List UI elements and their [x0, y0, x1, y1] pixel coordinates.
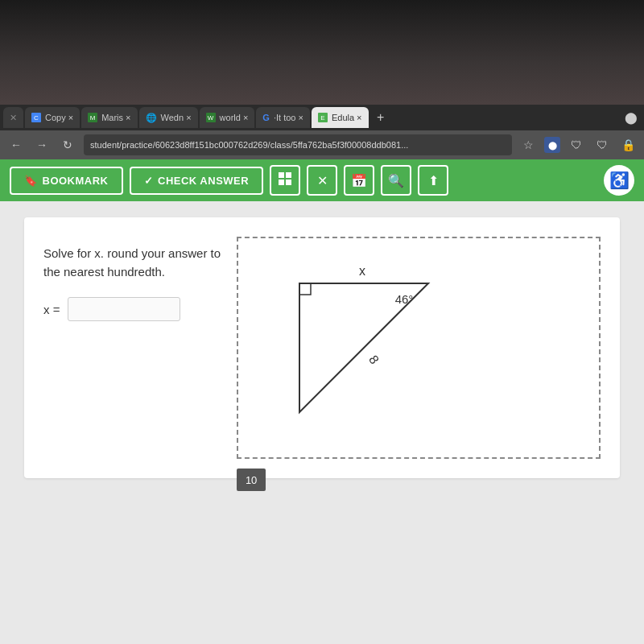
browser-chrome: ✕ C Copy × M Maris × 🌐 Wedn × W world × … — [0, 105, 644, 159]
tab-edula-label: Edula × — [332, 113, 362, 122]
tab-favicon: C — [31, 113, 41, 122]
main-content: 🔖 BOOKMARK ✓ CHECK ANSWER ✕ 📅 🔍 ⬆ — [0, 159, 644, 644]
calendar-icon: 📅 — [351, 173, 367, 188]
answer-label: x = — [43, 303, 60, 316]
accessibility-icon: ♿ — [609, 171, 630, 190]
search-icon: 🔍 — [388, 173, 404, 188]
check-answer-button[interactable]: ✓ CHECK ANSWER — [130, 167, 264, 195]
check-icon: ✓ — [144, 175, 154, 187]
page-badge: 10 — [237, 469, 266, 491]
tab-wedn[interactable]: 🌐 Wedn × — [139, 107, 198, 128]
page-number: 10 — [246, 474, 257, 486]
diagram-container: x 46° 8 — [237, 237, 601, 459]
tab-favicon: W — [206, 113, 216, 122]
question-text: Solve for x. round your answer to the ne… — [43, 245, 221, 281]
svg-rect-3 — [286, 180, 291, 185]
tab-edula[interactable]: E Edula × — [312, 107, 369, 128]
upload-icon: ⬆ — [428, 173, 439, 188]
tab-add-button[interactable]: + — [370, 107, 391, 128]
bookmark-label: BOOKMARK — [43, 175, 109, 187]
extension-icon3[interactable]: 🛡 — [592, 135, 612, 155]
svg-rect-1 — [286, 172, 291, 178]
bookmark-button[interactable]: 🔖 BOOKMARK — [10, 167, 123, 195]
tab-google[interactable]: G ·It too × — [256, 107, 310, 128]
tab-favicon: 🌐 — [146, 113, 157, 123]
forward-button[interactable]: → — [32, 135, 52, 155]
close-button[interactable]: ✕ — [307, 165, 337, 196]
extension-icon4[interactable]: 🔒 — [618, 135, 638, 155]
x-label: x — [359, 264, 365, 278]
grid-icon — [278, 171, 292, 189]
svg-rect-5 — [299, 283, 311, 295]
reload-button[interactable]: ↻ — [58, 135, 77, 155]
grid-button[interactable] — [270, 165, 300, 196]
angle-label: 46° — [395, 292, 414, 306]
tab-bar: ✕ C Copy × M Maris × 🌐 Wedn × W world × … — [0, 105, 644, 130]
check-answer-label: CHECK ANSWER — [158, 175, 249, 187]
tab-copy[interactable]: C Copy × — [25, 107, 80, 128]
upload-button[interactable]: ⬆ — [418, 165, 448, 196]
answer-input[interactable] — [68, 297, 180, 321]
tab-maris[interactable]: M Maris × — [81, 107, 137, 128]
calendar-button[interactable]: 📅 — [344, 165, 374, 196]
back-button[interactable]: ← — [6, 135, 26, 155]
extension-icon1[interactable]: ⬤ — [544, 137, 560, 153]
triangle-diagram: x 46° 8 — [251, 251, 477, 444]
bookmark-star[interactable]: ☆ — [518, 135, 538, 155]
background-area — [0, 0, 644, 105]
tab-google-label: ·It too × — [274, 113, 303, 122]
tab-world[interactable]: W world × — [200, 107, 255, 128]
close-icon: ✕ — [317, 173, 328, 188]
question-right: x 46° 8 10 — [237, 237, 601, 459]
bookmark-icon: 🔖 — [24, 175, 38, 187]
accessibility-button[interactable]: ♿ — [604, 165, 634, 196]
tab-wedn-label: Wedn × — [161, 113, 192, 122]
answer-row: x = — [43, 297, 221, 321]
content-area: Solve for x. round your answer to the ne… — [0, 201, 644, 644]
search-button[interactable]: 🔍 — [381, 165, 411, 196]
svg-rect-2 — [279, 180, 284, 185]
address-input[interactable] — [84, 134, 512, 155]
tab-copy-label: Copy × — [45, 113, 73, 122]
tab-maris-label: Maris × — [101, 113, 130, 122]
tab-favicon: M — [88, 113, 97, 122]
tab-icon: ✕ — [10, 113, 17, 123]
minimize-button[interactable]: ⬤ — [621, 108, 641, 127]
tab-favicon: G — [262, 113, 270, 122]
toolbar: 🔖 BOOKMARK ✓ CHECK ANSWER ✕ 📅 🔍 ⬆ — [0, 159, 644, 201]
question-line2: the nearest hundredth. — [43, 265, 165, 279]
extension-icon2[interactable]: 🛡 — [567, 135, 586, 155]
question-card: Solve for x. round your answer to the ne… — [24, 217, 620, 478]
address-bar: ← → ↻ ☆ ⬤ 🛡 🛡 🔒 — [0, 130, 644, 159]
tab-world-label: world × — [220, 113, 249, 122]
svg-rect-0 — [279, 172, 284, 178]
question-line1: Solve for x. round your answer to — [43, 246, 221, 260]
tab-x[interactable]: ✕ — [3, 107, 23, 128]
tab-favicon: E — [318, 113, 328, 122]
question-left: Solve for x. round your answer to the ne… — [43, 237, 221, 321]
hyp-label: 8 — [366, 353, 382, 366]
